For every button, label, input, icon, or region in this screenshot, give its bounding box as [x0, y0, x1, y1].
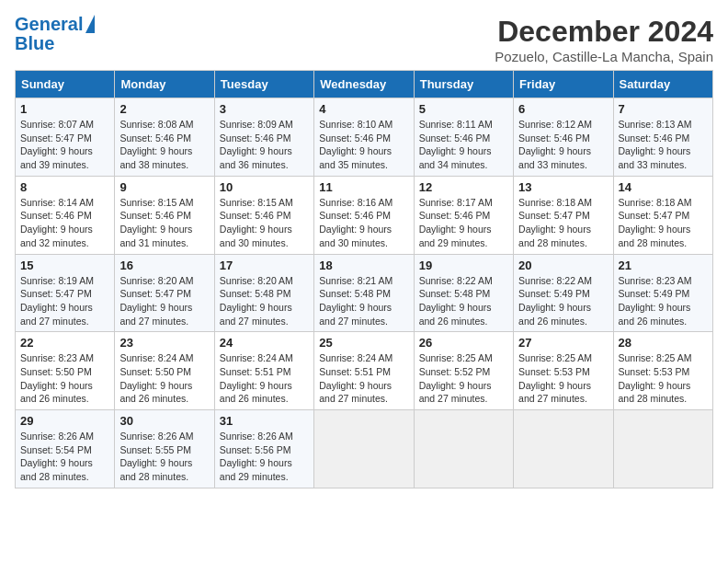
day-info: Sunrise: 8:20 AMSunset: 5:48 PMDaylight:…	[220, 274, 309, 328]
col-sunday: Sunday	[16, 71, 115, 98]
day-number: 22	[20, 336, 109, 350]
day-info: Sunrise: 8:24 AMSunset: 5:51 PMDaylight:…	[220, 351, 309, 406]
day-info: Sunrise: 8:14 AMSunset: 5:46 PMDaylight:…	[20, 196, 109, 250]
day-info: Sunrise: 8:23 AMSunset: 5:50 PMDaylight:…	[20, 351, 109, 406]
day-info: Sunrise: 8:11 AMSunset: 5:46 PMDaylight:…	[419, 118, 508, 172]
day-number: 4	[319, 102, 408, 116]
calendar-cell: 21Sunrise: 8:23 AMSunset: 5:49 PMDayligh…	[613, 254, 712, 332]
day-info: Sunrise: 8:09 AMSunset: 5:46 PMDaylight:…	[220, 118, 309, 172]
calendar-week-1: 1Sunrise: 8:07 AMSunset: 5:47 PMDaylight…	[16, 98, 713, 177]
calendar-cell: 5Sunrise: 8:11 AMSunset: 5:46 PMDaylight…	[414, 98, 513, 177]
calendar-cell: 4Sunrise: 8:10 AMSunset: 5:46 PMDaylight…	[314, 98, 414, 177]
calendar-cell: 9Sunrise: 8:15 AMSunset: 5:46 PMDaylight…	[115, 176, 214, 254]
calendar-cell: 27Sunrise: 8:25 AMSunset: 5:53 PMDayligh…	[514, 332, 613, 410]
logo-text-blue: Blue	[15, 33, 54, 53]
day-number: 6	[518, 102, 608, 116]
calendar-cell: 30Sunrise: 8:26 AMSunset: 5:55 PMDayligh…	[115, 410, 214, 488]
calendar-cell: 18Sunrise: 8:21 AMSunset: 5:48 PMDayligh…	[314, 254, 414, 332]
day-info: Sunrise: 8:17 AMSunset: 5:46 PMDaylight:…	[419, 196, 508, 250]
calendar-cell: 3Sunrise: 8:09 AMSunset: 5:46 PMDaylight…	[214, 98, 313, 177]
day-number: 20	[518, 259, 608, 272]
day-number: 28	[619, 336, 708, 350]
day-info: Sunrise: 8:19 AMSunset: 5:47 PMDaylight:…	[20, 274, 109, 328]
day-info: Sunrise: 8:20 AMSunset: 5:47 PMDaylight:…	[119, 274, 209, 328]
calendar-table: Sunday Monday Tuesday Wednesday Thursday…	[15, 70, 713, 488]
calendar-cell: 6Sunrise: 8:12 AMSunset: 5:46 PMDaylight…	[514, 98, 613, 177]
subtitle: Pozuelo, Castille-La Mancha, Spain	[495, 49, 713, 64]
title-block: December 2024 Pozuelo, Castille-La Manch…	[495, 15, 713, 64]
day-number: 14	[619, 180, 708, 194]
col-tuesday: Tuesday	[214, 71, 313, 98]
day-info: Sunrise: 8:16 AMSunset: 5:46 PMDaylight:…	[319, 196, 408, 250]
col-wednesday: Wednesday	[314, 71, 414, 98]
day-number: 30	[119, 414, 209, 428]
day-info: Sunrise: 8:25 AMSunset: 5:52 PMDaylight:…	[419, 351, 508, 406]
calendar-cell: 13Sunrise: 8:18 AMSunset: 5:47 PMDayligh…	[514, 176, 613, 254]
day-info: Sunrise: 8:23 AMSunset: 5:49 PMDaylight:…	[619, 274, 708, 328]
calendar-week-3: 15Sunrise: 8:19 AMSunset: 5:47 PMDayligh…	[16, 254, 713, 332]
col-saturday: Saturday	[613, 71, 712, 98]
calendar-cell: 25Sunrise: 8:24 AMSunset: 5:51 PMDayligh…	[314, 332, 414, 410]
day-info: Sunrise: 8:18 AMSunset: 5:47 PMDaylight:…	[619, 196, 708, 250]
calendar-cell: 29Sunrise: 8:26 AMSunset: 5:54 PMDayligh…	[16, 410, 115, 488]
day-info: Sunrise: 8:15 AMSunset: 5:46 PMDaylight:…	[119, 196, 209, 250]
logo-text: General	[15, 15, 83, 33]
day-number: 1	[20, 102, 109, 116]
day-number: 16	[119, 259, 209, 272]
calendar-cell: 16Sunrise: 8:20 AMSunset: 5:47 PMDayligh…	[115, 254, 214, 332]
calendar-cell	[314, 410, 414, 488]
day-info: Sunrise: 8:21 AMSunset: 5:48 PMDaylight:…	[319, 274, 408, 328]
calendar-cell: 17Sunrise: 8:20 AMSunset: 5:48 PMDayligh…	[214, 254, 313, 332]
day-number: 8	[20, 180, 109, 194]
day-info: Sunrise: 8:07 AMSunset: 5:47 PMDaylight:…	[20, 118, 109, 172]
calendar-cell: 12Sunrise: 8:17 AMSunset: 5:46 PMDayligh…	[414, 176, 513, 254]
day-number: 15	[20, 259, 109, 272]
calendar-cell: 20Sunrise: 8:22 AMSunset: 5:49 PMDayligh…	[514, 254, 613, 332]
day-info: Sunrise: 8:22 AMSunset: 5:48 PMDaylight:…	[419, 274, 508, 328]
calendar-cell: 11Sunrise: 8:16 AMSunset: 5:46 PMDayligh…	[314, 176, 414, 254]
day-number: 2	[119, 102, 209, 116]
calendar-cell: 26Sunrise: 8:25 AMSunset: 5:52 PMDayligh…	[414, 332, 513, 410]
day-number: 3	[220, 102, 309, 116]
calendar-cell: 31Sunrise: 8:26 AMSunset: 5:56 PMDayligh…	[214, 410, 313, 488]
day-info: Sunrise: 8:18 AMSunset: 5:47 PMDaylight:…	[518, 196, 608, 250]
day-number: 7	[619, 102, 708, 116]
calendar-cell: 22Sunrise: 8:23 AMSunset: 5:50 PMDayligh…	[16, 332, 115, 410]
calendar-header-row: Sunday Monday Tuesday Wednesday Thursday…	[16, 71, 713, 98]
day-info: Sunrise: 8:08 AMSunset: 5:46 PMDaylight:…	[119, 118, 209, 172]
day-info: Sunrise: 8:24 AMSunset: 5:51 PMDaylight:…	[319, 351, 408, 406]
day-info: Sunrise: 8:10 AMSunset: 5:46 PMDaylight:…	[319, 118, 408, 172]
calendar-cell	[613, 410, 712, 488]
day-info: Sunrise: 8:26 AMSunset: 5:56 PMDaylight:…	[220, 430, 309, 484]
day-info: Sunrise: 8:26 AMSunset: 5:54 PMDaylight:…	[20, 430, 109, 484]
day-number: 29	[20, 414, 109, 428]
calendar-week-4: 22Sunrise: 8:23 AMSunset: 5:50 PMDayligh…	[16, 332, 713, 410]
month-title: December 2024	[495, 15, 713, 49]
calendar-cell: 28Sunrise: 8:25 AMSunset: 5:53 PMDayligh…	[613, 332, 712, 410]
day-number: 25	[319, 336, 408, 350]
day-number: 11	[319, 180, 408, 194]
day-info: Sunrise: 8:12 AMSunset: 5:46 PMDaylight:…	[518, 118, 608, 172]
day-number: 19	[419, 259, 508, 272]
day-number: 21	[619, 259, 708, 272]
calendar-cell: 7Sunrise: 8:13 AMSunset: 5:46 PMDaylight…	[613, 98, 712, 177]
calendar-cell: 10Sunrise: 8:15 AMSunset: 5:46 PMDayligh…	[214, 176, 313, 254]
day-info: Sunrise: 8:25 AMSunset: 5:53 PMDaylight:…	[518, 351, 608, 406]
day-number: 12	[419, 180, 508, 194]
calendar-cell	[514, 410, 613, 488]
day-info: Sunrise: 8:26 AMSunset: 5:55 PMDaylight:…	[119, 430, 209, 484]
col-friday: Friday	[514, 71, 613, 98]
day-number: 9	[119, 180, 209, 194]
day-info: Sunrise: 8:13 AMSunset: 5:46 PMDaylight:…	[619, 118, 708, 172]
calendar-cell: 2Sunrise: 8:08 AMSunset: 5:46 PMDaylight…	[115, 98, 214, 177]
day-info: Sunrise: 8:22 AMSunset: 5:49 PMDaylight:…	[518, 274, 608, 328]
calendar-cell: 14Sunrise: 8:18 AMSunset: 5:47 PMDayligh…	[613, 176, 712, 254]
calendar-cell: 8Sunrise: 8:14 AMSunset: 5:46 PMDaylight…	[16, 176, 115, 254]
day-number: 5	[419, 102, 508, 116]
page-header: General Blue December 2024 Pozuelo, Cast…	[15, 15, 713, 64]
day-number: 18	[319, 259, 408, 272]
calendar-cell: 24Sunrise: 8:24 AMSunset: 5:51 PMDayligh…	[214, 332, 313, 410]
calendar-cell: 23Sunrise: 8:24 AMSunset: 5:50 PMDayligh…	[115, 332, 214, 410]
day-number: 17	[220, 259, 309, 272]
calendar-week-2: 8Sunrise: 8:14 AMSunset: 5:46 PMDaylight…	[16, 176, 713, 254]
